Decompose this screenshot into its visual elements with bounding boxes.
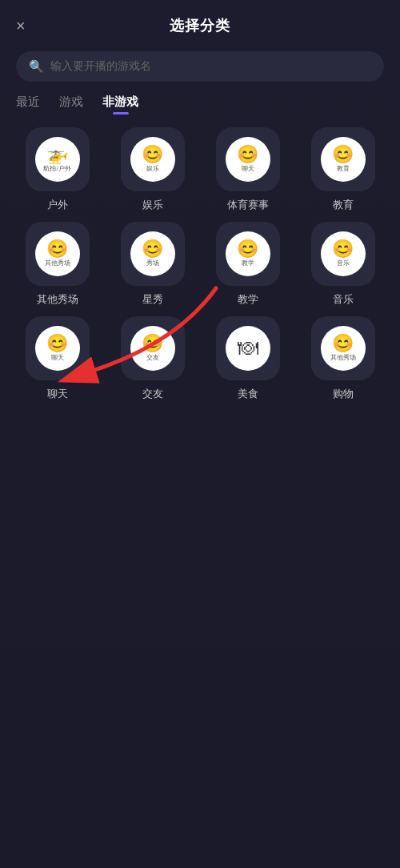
category-music[interactable]: 😊 音乐 音乐 [298, 222, 387, 307]
icon-box-education: 😊 教育 [311, 127, 375, 191]
teaching-emoji: 😊 [237, 240, 258, 258]
sports-emoji: 😊 [237, 146, 258, 163]
music-label: 音乐 [333, 292, 354, 307]
food-label: 美食 [238, 387, 258, 401]
category-food[interactable]: 🍽 美食 [203, 316, 292, 401]
icon-inner-star-show: 😊 秀场 [130, 231, 175, 276]
icon-box-outdoor: 🚁 航拍/户外 [26, 127, 90, 191]
other-show-emoji: 😊 [46, 240, 68, 258]
icon-box-music: 😊 音乐 [311, 222, 375, 286]
icon-box-other-show: 😊 其他秀场 [26, 222, 90, 286]
music-emoji: 😊 [332, 240, 354, 258]
entertainment-inner-label: 娱乐 [146, 165, 159, 173]
icon-box-sports: 😊 聊天 [216, 127, 280, 191]
category-entertainment[interactable]: 😊 娱乐 娱乐 [108, 127, 197, 212]
icon-inner-education: 😊 教育 [321, 137, 366, 182]
other-show-label: 其他秀场 [37, 292, 78, 307]
star-show-label: 星秀 [142, 292, 163, 307]
icon-box-teaching: 😊 教学 [216, 222, 280, 286]
category-teaching[interactable]: 😊 教学 教学 [203, 222, 292, 307]
icon-inner-teaching: 😊 教学 [226, 231, 270, 276]
search-bar[interactable]: 🔍 输入要开播的游戏名 [16, 51, 384, 82]
icon-inner-friends: 😊 交友 [130, 326, 175, 371]
header: × 选择分类 [0, 0, 400, 45]
friends-label: 交友 [142, 387, 163, 401]
shopping-inner-label: 其他秀场 [330, 354, 356, 362]
shopping-emoji: 😊 [332, 335, 354, 352]
entertainment-emoji: 😊 [142, 146, 163, 163]
education-inner-label: 教育 [337, 165, 350, 173]
icon-box-chat: 😊 聊天 [26, 316, 90, 380]
friends-inner-label: 交友 [146, 354, 159, 362]
search-icon: 🔍 [29, 59, 44, 74]
tab-games[interactable]: 游戏 [59, 94, 83, 115]
icon-inner-music: 😊 音乐 [321, 231, 366, 276]
icon-inner-other-show: 😊 其他秀场 [35, 231, 80, 276]
star-show-inner-label: 秀场 [146, 259, 159, 267]
search-placeholder: 输入要开播的游戏名 [50, 59, 151, 74]
close-button[interactable]: × [16, 18, 26, 34]
teaching-label: 教学 [238, 292, 258, 307]
chat-emoji: 😊 [46, 335, 68, 352]
teaching-inner-label: 教学 [242, 259, 254, 267]
category-shopping[interactable]: 😊 其他秀场 购物 [298, 316, 387, 401]
education-label: 教育 [333, 198, 354, 212]
chat-label: 聊天 [47, 387, 68, 401]
icon-box-star-show: 😊 秀场 [121, 222, 185, 286]
category-chat[interactable]: 😊 聊天 聊天 [13, 316, 102, 401]
outdoor-emoji: 🚁 [46, 146, 68, 163]
icon-box-shopping: 😊 其他秀场 [311, 316, 375, 380]
icon-inner-entertainment: 😊 娱乐 [130, 137, 175, 182]
icon-inner-food: 🍽 [226, 326, 270, 371]
icon-inner-outdoor: 🚁 航拍/户外 [35, 137, 80, 182]
outdoor-inner-label: 航拍/户外 [43, 165, 70, 173]
chat-inner-label: 聊天 [51, 354, 64, 362]
category-sports[interactable]: 😊 聊天 体育赛事 [203, 127, 292, 212]
category-friends[interactable]: 😊 交友 交友 [108, 316, 197, 401]
category-star-show[interactable]: 😊 秀场 星秀 [108, 222, 197, 307]
category-other-show[interactable]: 😊 其他秀场 其他秀场 [13, 222, 102, 307]
category-education[interactable]: 😊 教育 教育 [298, 127, 387, 212]
friends-emoji: 😊 [142, 335, 163, 352]
other-show-inner-label: 其他秀场 [45, 259, 70, 267]
sports-inner-label: 聊天 [242, 165, 254, 173]
education-emoji: 😊 [332, 146, 354, 163]
icon-inner-shopping: 😊 其他秀场 [321, 326, 366, 371]
icon-box-food: 🍽 [216, 316, 280, 380]
tab-recent[interactable]: 最近 [16, 94, 40, 115]
tab-nongames[interactable]: 非游戏 [102, 94, 138, 115]
sports-label: 体育赛事 [227, 198, 269, 212]
category-outdoor[interactable]: 🚁 航拍/户外 户外 [13, 127, 102, 212]
music-inner-label: 音乐 [337, 259, 350, 267]
icon-box-friends: 😊 交友 [121, 316, 185, 380]
icon-inner-chat: 😊 聊天 [35, 326, 80, 371]
category-grid: 🚁 航拍/户外 户外 😊 娱乐 娱乐 😊 聊天 [0, 127, 400, 401]
outdoor-label: 户外 [47, 198, 68, 212]
shopping-label: 购物 [333, 387, 354, 401]
star-show-emoji: 😊 [142, 240, 163, 258]
page-title: 选择分类 [170, 16, 230, 35]
page: × 选择分类 🔍 输入要开播的游戏名 最近 游戏 非游戏 🚁 航拍/户外 户外 [0, 0, 400, 868]
icon-inner-sports: 😊 聊天 [226, 137, 270, 182]
food-emoji: 🍽 [238, 335, 258, 362]
tab-bar: 最近 游戏 非游戏 [0, 94, 400, 115]
icon-box-entertainment: 😊 娱乐 [121, 127, 185, 191]
entertainment-label: 娱乐 [142, 198, 163, 212]
